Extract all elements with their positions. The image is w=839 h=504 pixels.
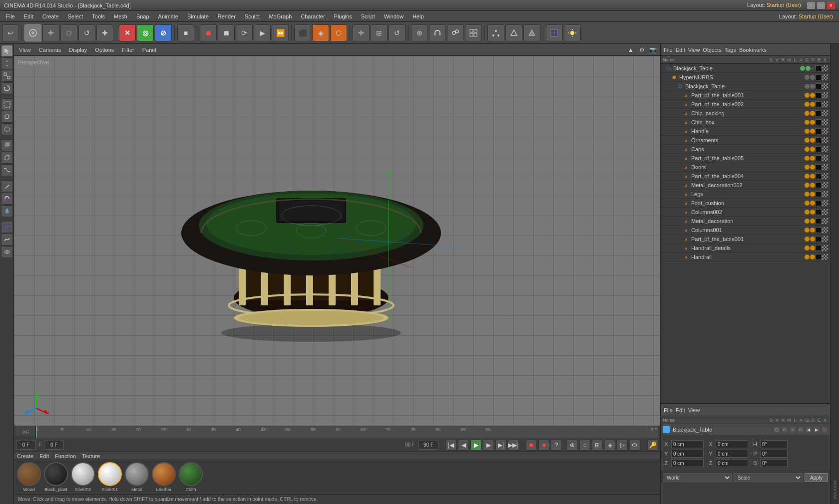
obj-row-part003[interactable]: ▲ Part_of_the_table003: [661, 91, 830, 100]
menu-window[interactable]: Window: [380, 12, 408, 20]
motion-extra-btn[interactable]: ⏲: [629, 440, 640, 451]
bevel-tool[interactable]: [1, 152, 13, 164]
obj-objects-menu[interactable]: Objects: [703, 47, 721, 53]
stop-button[interactable]: ⏹: [218, 24, 235, 41]
mat-menu-function[interactable]: Function: [55, 453, 76, 459]
obj-row-handrail[interactable]: ▲ Handrail: [661, 252, 830, 261]
attr-icon-2[interactable]: □: [781, 426, 788, 433]
menu-create[interactable]: Create: [38, 12, 63, 20]
menu-mograph[interactable]: MoGraph: [265, 12, 296, 20]
play-button[interactable]: ▶: [470, 440, 481, 451]
material-cloth[interactable]: Cloth: [179, 462, 203, 492]
maximize-icon[interactable]: □: [817, 2, 825, 9]
menu-script[interactable]: Script: [357, 12, 379, 20]
knife-tool[interactable]: [1, 180, 13, 192]
paint-tool[interactable]: [1, 205, 13, 217]
obj-row-blackjack-table-root[interactable]: ⬡ Blackjack_Table ✓: [661, 64, 830, 73]
motion-record-btn[interactable]: ◈: [604, 440, 615, 451]
obj-row-foot-cushion[interactable]: ▲ Foot_cushion: [661, 199, 830, 208]
obj-file-menu[interactable]: File: [664, 47, 673, 53]
obj-row-ornaments[interactable]: ▲ Ornaments: [661, 136, 830, 145]
y-pos-input[interactable]: [671, 450, 704, 458]
render-dot[interactable]: [806, 66, 811, 71]
ff-button[interactable]: ⏩: [272, 24, 289, 41]
magnet-btn[interactable]: [429, 24, 446, 41]
obj-row-caps[interactable]: ▲ Caps: [661, 145, 830, 154]
end-frame-input[interactable]: [419, 441, 438, 450]
vp-menu-cameras[interactable]: Cameras: [37, 46, 63, 54]
obj-row-handrail-details[interactable]: ▲ Handrail_details: [661, 244, 830, 252]
obj-row-columns001[interactable]: ▲ Columns001: [661, 226, 830, 235]
vp-menu-view[interactable]: View: [17, 46, 33, 54]
menu-mesh[interactable]: Mesh: [110, 12, 131, 20]
obj-row-part002[interactable]: ▲ Part_of_the_table002: [661, 100, 830, 109]
attr-icon-7[interactable]: ✕: [821, 426, 828, 433]
mat-menu-texture[interactable]: Texture: [82, 453, 100, 459]
y-size-input[interactable]: [716, 450, 748, 458]
timeline-btn[interactable]: ⊞: [592, 440, 603, 451]
z-size-input[interactable]: [716, 459, 748, 467]
move-button[interactable]: ✛: [353, 24, 370, 41]
object-tree[interactable]: ⬡ Blackjack_Table ✓ ⬢ HyperNURBS: [661, 64, 830, 403]
record-all-button[interactable]: ⏺: [526, 440, 537, 451]
obj-row-part004[interactable]: ▲ Part_of_the_table004: [661, 172, 830, 181]
vp-camera-icon[interactable]: 📷: [648, 45, 657, 54]
obj-row-blackjack-child[interactable]: ⬡ Blackjack_Table: [661, 82, 830, 91]
menu-animate[interactable]: Animate: [154, 12, 182, 20]
poly-select-tool[interactable]: [1, 123, 13, 135]
scale-btn2[interactable]: ⊞: [371, 24, 388, 41]
goto-start-button[interactable]: |◀: [445, 440, 456, 451]
vp-menu-options[interactable]: Options: [93, 46, 116, 54]
move-tool[interactable]: [1, 57, 13, 69]
loop-button[interactable]: ⟳: [236, 24, 253, 41]
menu-sculpt[interactable]: Sculpt: [241, 12, 264, 20]
obj-bookmarks-menu[interactable]: Bookmarks: [739, 47, 767, 53]
texture-tool[interactable]: [1, 221, 13, 233]
obj-row-part005[interactable]: ▲ Part_of_the_table005: [661, 154, 830, 163]
attr-icon-4[interactable]: □: [797, 426, 804, 433]
prev-frame-button[interactable]: ◀: [458, 440, 469, 451]
forward-button[interactable]: ▶: [254, 24, 271, 41]
obj-tags-menu[interactable]: Tags: [725, 47, 736, 53]
render-to-picture-button[interactable]: ⬡: [330, 24, 347, 41]
rotate-button[interactable]: ↺: [78, 24, 95, 41]
uv-btn[interactable]: [546, 24, 563, 41]
render-region-button[interactable]: ⬛: [294, 24, 311, 41]
x-rotate-button[interactable]: ✕: [119, 24, 136, 41]
material-silver02[interactable]: Silver02: [71, 462, 95, 492]
minimize-icon[interactable]: −: [807, 2, 815, 9]
x-pos-input[interactable]: [671, 440, 704, 448]
obj-row-columns002[interactable]: ▲ Columns002: [661, 208, 830, 217]
apply-button[interactable]: Apply: [805, 473, 828, 482]
snap-btn[interactable]: ⊛: [411, 24, 428, 41]
magnet-tool[interactable]: [1, 193, 13, 205]
sculpt-tool[interactable]: [1, 234, 13, 246]
obj-row-chip-box[interactable]: ▲ Chip_box: [661, 118, 830, 127]
vp-menu-panel[interactable]: Panel: [140, 46, 158, 54]
light-btn[interactable]: [564, 24, 581, 41]
material-silver01[interactable]: Silver01: [98, 462, 122, 492]
new-object-button[interactable]: ✛: [42, 24, 59, 41]
key-btn[interactable]: 🔑: [647, 440, 658, 451]
p-input[interactable]: [760, 450, 788, 458]
soft-select-tool[interactable]: [1, 246, 13, 258]
record-stop-button[interactable]: ■: [538, 440, 549, 451]
motion-clip-button[interactable]: ⊕: [567, 440, 578, 451]
h-input[interactable]: [760, 440, 788, 448]
material-leather[interactable]: Leather: [152, 462, 176, 492]
goto-end-button[interactable]: ▶|: [495, 440, 506, 451]
z-rotate-button[interactable]: ⊘: [155, 24, 172, 41]
attr-icon-5[interactable]: ◀: [805, 426, 812, 433]
lasso-tool[interactable]: [1, 111, 13, 123]
undo-button[interactable]: ↩: [2, 24, 19, 41]
select-tool[interactable]: [1, 45, 13, 57]
vp-menu-filter[interactable]: Filter: [120, 46, 136, 54]
tweak-btn[interactable]: [447, 24, 464, 41]
vp-maximize-icon[interactable]: ▲: [626, 45, 635, 54]
edge-mode-btn[interactable]: [505, 24, 522, 41]
box-button[interactable]: □: [60, 24, 77, 41]
mat-menu-create[interactable]: Create: [17, 453, 33, 459]
y-rotate-button[interactable]: ◎: [137, 24, 154, 41]
rotate-btn2[interactable]: ↺: [389, 24, 406, 41]
menu-file[interactable]: File: [2, 12, 19, 20]
